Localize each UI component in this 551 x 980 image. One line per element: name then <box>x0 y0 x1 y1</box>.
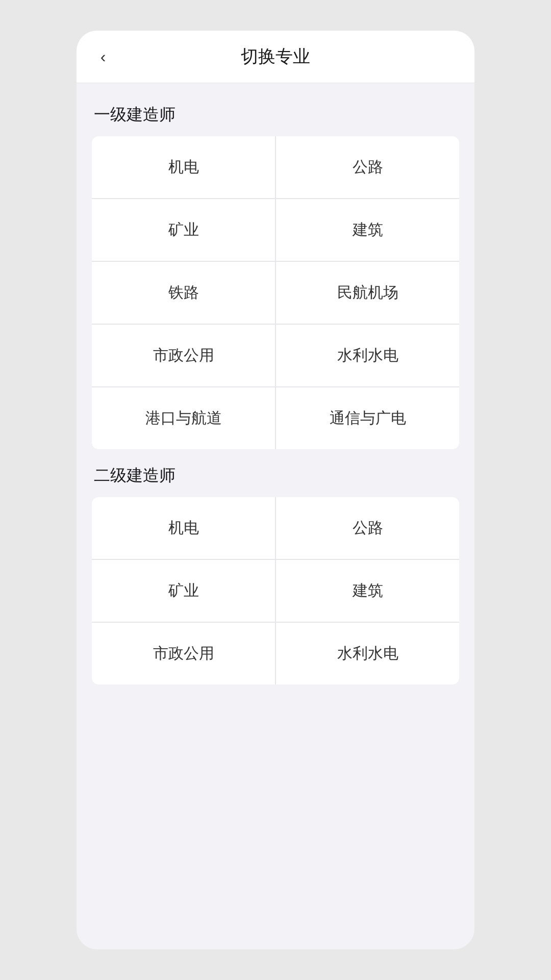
page: ‹ 切换专业 一级建造师 机电 公路 矿业 建筑 铁路 民航机场 市政公用 水利… <box>77 31 474 949</box>
list-item[interactable]: 市政公用 <box>92 325 275 386</box>
content: 一级建造师 机电 公路 矿业 建筑 铁路 民航机场 市政公用 水利水电 港口与航… <box>77 83 474 710</box>
list-item[interactable]: 机电 <box>92 497 275 559</box>
section-title-level2: 二级建造师 <box>92 464 459 487</box>
back-icon: ‹ <box>101 47 106 66</box>
list-item[interactable]: 公路 <box>276 497 459 559</box>
list-item[interactable]: 铁路 <box>92 262 275 324</box>
list-item[interactable]: 建筑 <box>276 199 459 261</box>
back-button[interactable]: ‹ <box>92 45 114 68</box>
section-title-level1: 一级建造师 <box>92 104 459 126</box>
phone-container: ‹ 切换专业 一级建造师 机电 公路 矿业 建筑 铁路 民航机场 市政公用 水利… <box>77 31 474 949</box>
list-item[interactable]: 矿业 <box>92 560 275 622</box>
list-item[interactable]: 机电 <box>92 136 275 198</box>
list-item[interactable]: 水利水电 <box>276 623 459 684</box>
list-item[interactable]: 水利水电 <box>276 325 459 386</box>
header: ‹ 切换专业 <box>77 31 474 83</box>
list-item[interactable]: 港口与航道 <box>92 387 275 449</box>
list-item[interactable]: 市政公用 <box>92 623 275 684</box>
list-item[interactable]: 通信与广电 <box>276 387 459 449</box>
section-level2: 二级建造师 机电 公路 矿业 建筑 市政公用 水利水电 <box>92 464 459 684</box>
list-item[interactable]: 公路 <box>276 136 459 198</box>
grid-level1: 机电 公路 矿业 建筑 铁路 民航机场 市政公用 水利水电 港口与航道 通信与广… <box>92 136 459 449</box>
section-level1: 一级建造师 机电 公路 矿业 建筑 铁路 民航机场 市政公用 水利水电 港口与航… <box>92 104 459 449</box>
list-item[interactable]: 民航机场 <box>276 262 459 324</box>
list-item[interactable]: 建筑 <box>276 560 459 622</box>
grid-level2: 机电 公路 矿业 建筑 市政公用 水利水电 <box>92 497 459 684</box>
list-item[interactable]: 矿业 <box>92 199 275 261</box>
page-title: 切换专业 <box>241 45 310 68</box>
